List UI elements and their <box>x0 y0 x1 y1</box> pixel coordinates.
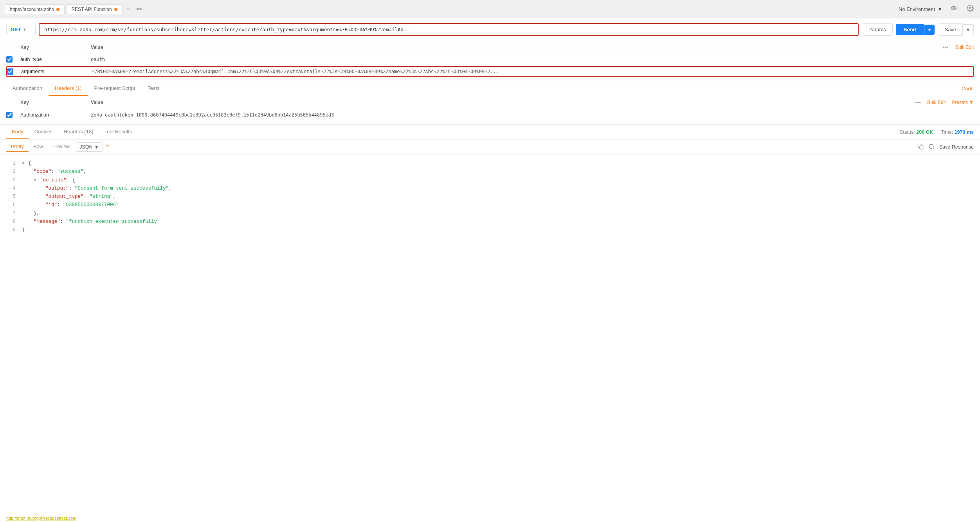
headers-row-authorization: Authorization Zoho-oauthtoken 1000.86074… <box>6 109 974 121</box>
url-bar: GET ▼ Params Send ▼ Save ▼ <box>6 23 974 36</box>
params-table-header: Key Value ••• Bulk Edit <box>6 41 974 54</box>
headers-bulk-edit-button[interactable]: Bulk Edit <box>927 100 946 105</box>
method-label: GET <box>11 27 21 32</box>
collapse-icon[interactable]: ▼ <box>22 161 25 166</box>
params-button[interactable]: Params <box>862 23 893 36</box>
json-line-5: 5 "output_type": "string", <box>8 193 972 201</box>
headers-presets-button[interactable]: Presets ▼ <box>952 100 974 105</box>
headers-more-icon[interactable]: ••• <box>915 99 921 106</box>
params-row-auth-type: auth_type oauth <box>6 54 974 65</box>
params-more-icon[interactable]: ••• <box>942 44 948 50</box>
format-bar: Pretty Raw Preview JSON ▼ ≡ Save Respons… <box>0 140 980 155</box>
send-button[interactable]: Send <box>896 24 924 35</box>
svg-rect-3 <box>920 146 923 149</box>
time-value: 1970 ms <box>955 129 974 135</box>
fmt-tab-preview[interactable]: Preview <box>48 142 74 152</box>
save-button[interactable]: Save <box>938 23 963 36</box>
headers-key-authorization: Authorization <box>20 112 91 118</box>
response-section: Body Cookies Headers (18) Test Results S… <box>0 125 980 514</box>
headers-section: Key Value ••• Bulk Edit Presets ▼ Author… <box>0 96 980 124</box>
send-dropdown-button[interactable]: ▼ <box>924 25 935 35</box>
svg-point-2 <box>969 7 971 9</box>
params-value-auth-type: oauth <box>91 57 974 62</box>
params-key-arguments: arguments <box>21 69 92 74</box>
url-input[interactable] <box>39 23 859 36</box>
copy-icon[interactable] <box>917 144 924 151</box>
params-key-header: Key <box>20 45 91 50</box>
resp-tab-cookies[interactable]: Cookies <box>29 125 58 139</box>
status-value: 200 OK <box>916 129 933 135</box>
app-container: https://accounts.zoho REST API Function … <box>0 0 980 522</box>
json-chevron-icon: ▼ <box>94 144 99 150</box>
response-tabs-bar: Body Cookies Headers (18) Test Results S… <box>0 125 980 140</box>
method-chevron-icon: ▼ <box>23 27 27 32</box>
tab-bar-right: No Environment ▼ <box>899 3 975 15</box>
env-label: No Environment <box>899 6 935 12</box>
request-tabs: Authorization Headers (1) Pre-request Sc… <box>0 81 980 96</box>
save-dropdown-button[interactable]: ▼ <box>963 24 974 35</box>
fmt-tab-raw[interactable]: Raw <box>29 142 48 152</box>
params-row-auth-type-checkbox[interactable] <box>6 56 13 63</box>
json-line-6: 6 "id": "63095000000077006" <box>8 201 972 209</box>
params-value-arguments: %7B%0D%0A%09%22emailAddress%22%3A%22abc%… <box>92 69 973 74</box>
json-format-select[interactable]: JSON ▼ <box>76 142 103 152</box>
resp-tab-test-results[interactable]: Test Results <box>99 125 137 139</box>
more-tabs-button[interactable]: ••• <box>134 4 144 14</box>
save-button-wrapper: Save ▼ <box>938 23 974 36</box>
status-label: Status: 200 OK <box>900 129 933 135</box>
headers-value-header: Value <box>91 100 915 105</box>
params-row-arguments-checkbox[interactable] <box>7 68 13 75</box>
svg-point-1 <box>953 7 955 9</box>
tab-pre-request-script[interactable]: Pre-request Script <box>88 81 142 96</box>
tab-dot <box>114 8 117 11</box>
eye-icon[interactable] <box>949 3 959 15</box>
params-section: Key Value ••• Bulk Edit auth_type oauth … <box>0 41 980 81</box>
format-bar-right: Save Response <box>917 144 974 151</box>
json-line-3: 3 ▼ "details": { <box>8 176 972 185</box>
fmt-tab-pretty[interactable]: Pretty <box>6 142 29 152</box>
tab-accounts-zoho[interactable]: https://accounts.zoho <box>5 4 65 14</box>
json-output: 1 ▼ { 2 "code": "success", 3 ▼ "details"… <box>0 155 980 239</box>
save-response-button[interactable]: Save Response <box>939 144 974 150</box>
headers-table-header: Key Value ••• Bulk Edit Presets ▼ <box>6 96 974 109</box>
response-meta: Status: 200 OK Time: 1970 ms <box>900 129 974 135</box>
code-link-button[interactable]: Code <box>962 86 974 91</box>
tab-tests[interactable]: Tests <box>141 81 166 96</box>
tab-dot <box>56 8 59 11</box>
tab-headers[interactable]: Headers (1) <box>49 81 88 96</box>
url-input-wrapper <box>39 23 859 36</box>
gear-icon[interactable] <box>965 3 975 15</box>
method-select[interactable]: GET ▼ <box>6 24 36 35</box>
json-line-2: 2 "code": "success", <box>8 168 972 176</box>
params-bulk-edit-button[interactable]: Bulk Edit <box>955 45 974 50</box>
tab-bar: https://accounts.zoho REST API Function … <box>0 0 980 18</box>
resp-tab-headers[interactable]: Headers (18) <box>58 125 99 139</box>
svg-line-5 <box>933 148 934 149</box>
headers-authorization-checkbox[interactable] <box>6 112 13 118</box>
json-line-8: 8 "message": "function executed successf… <box>8 218 972 226</box>
params-key-auth-type: auth_type <box>20 57 91 62</box>
tab-label: https://accounts.zoho <box>10 7 54 12</box>
environment-selector[interactable]: No Environment ▼ <box>899 6 942 12</box>
add-tab-button[interactable]: + <box>124 4 132 14</box>
tab-rest-api[interactable]: REST API Function <box>66 4 122 14</box>
collapse-details-icon[interactable]: ▼ <box>34 178 36 183</box>
bottom-link[interactable]: http://phet.muthopherequesttest.com <box>0 514 980 522</box>
tab-label: REST API Function <box>71 7 112 12</box>
tab-authorization[interactable]: Authorization <box>6 81 49 96</box>
send-button-wrapper: Send ▼ <box>896 24 935 35</box>
chevron-down-icon: ▼ <box>937 6 942 12</box>
search-icon[interactable] <box>928 144 935 151</box>
wrap-icon[interactable]: ≡ <box>106 144 109 151</box>
presets-chevron-icon: ▼ <box>969 100 974 105</box>
params-value-header: Value <box>91 45 942 50</box>
json-line-4: 4 "output": "Consent form sent successfu… <box>8 185 972 193</box>
headers-value-authorization: Zoho-oauthtoken 1000.8607494449c8bc1e392… <box>91 112 974 118</box>
json-line-1: 1 ▼ { <box>8 160 972 168</box>
svg-point-4 <box>929 144 933 149</box>
json-line-9: 9 } <box>8 226 972 234</box>
time-label: Time: 1970 ms <box>941 129 974 135</box>
url-bar-section: GET ▼ Params Send ▼ Save ▼ <box>0 18 980 41</box>
resp-tab-body[interactable]: Body <box>6 125 29 139</box>
headers-key-header: Key <box>20 100 91 105</box>
